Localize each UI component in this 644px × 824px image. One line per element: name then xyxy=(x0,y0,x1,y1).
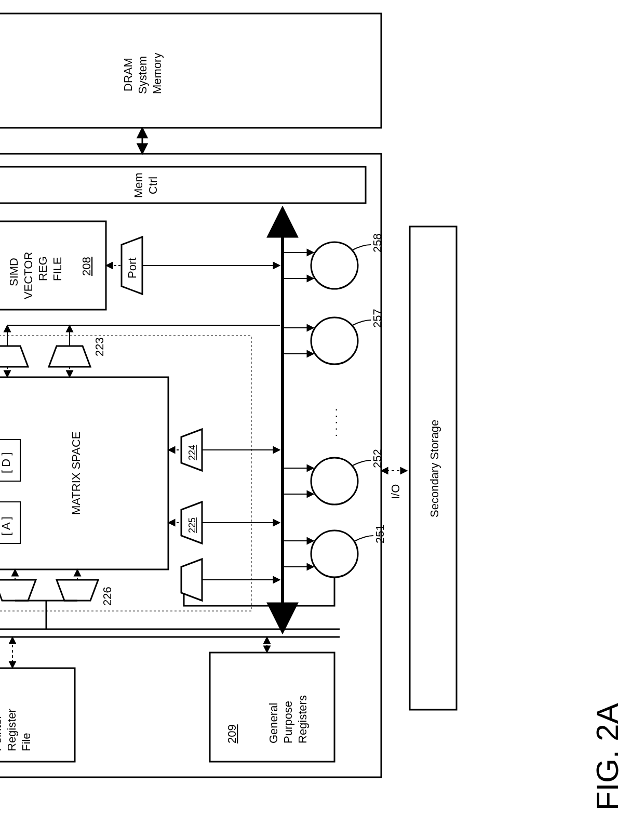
ref-251: 251 xyxy=(373,524,386,543)
exec-unit-251 xyxy=(311,530,358,577)
figure-label: FIG. 2A xyxy=(590,703,625,810)
ref-252: 252 xyxy=(371,449,384,468)
svg-rect-59 xyxy=(0,167,366,203)
dram-system-memory: 261 DRAM System Memory xyxy=(0,14,381,128)
svg-text:Mem: Mem xyxy=(132,172,145,198)
svg-text:VECTOR: VECTOR xyxy=(22,252,35,299)
simd-port: Port xyxy=(122,237,142,294)
svg-text:SIMD: SIMD xyxy=(7,258,20,286)
svg-text:Registers: Registers xyxy=(296,695,309,743)
ref-223: 223 xyxy=(93,337,106,356)
matrix-space: MATRIX SPACE [ A ] [ D ] xyxy=(0,377,168,569)
svg-text:Memory: Memory xyxy=(151,53,164,94)
processor-box xyxy=(0,154,381,777)
matrix-pointer-register-file: Matrix Pointer Register File xyxy=(0,668,75,762)
svg-text:[ A ]: [ A ] xyxy=(0,516,12,536)
svg-text:224: 224 xyxy=(187,445,197,460)
svg-rect-17 xyxy=(0,377,168,569)
port-223 xyxy=(49,346,90,367)
io-label: I/O xyxy=(389,484,402,499)
port-226 xyxy=(57,580,98,601)
svg-text:General: General xyxy=(267,703,280,743)
svg-text:Port: Port xyxy=(126,258,139,278)
svg-text:REG: REG xyxy=(36,256,49,281)
svg-text:Purpose: Purpose xyxy=(281,701,294,743)
svg-text:File: File xyxy=(20,733,33,751)
general-purpose-registers: 209 General Purpose Registers xyxy=(210,653,334,762)
mem-ctrl: Mem Ctrl xyxy=(0,167,366,203)
ref-226: 226 xyxy=(101,587,114,606)
svg-text:Ctrl: Ctrl xyxy=(146,177,159,194)
port-227 xyxy=(0,580,36,601)
svg-text:Register: Register xyxy=(5,709,18,751)
exec-unit-257 xyxy=(311,317,358,364)
port-222 xyxy=(0,346,28,367)
svg-text:FILE: FILE xyxy=(51,257,64,281)
ref-258: 258 xyxy=(371,233,384,252)
svg-text:225: 225 xyxy=(187,517,197,533)
svg-text:[ D ]: [ D ] xyxy=(0,453,12,473)
ref-257: 257 xyxy=(371,309,384,328)
simd-vector-reg-file: SIMD VECTOR REG FILE 208 xyxy=(0,221,106,310)
svg-text:Secondary Storage: Secondary Storage xyxy=(428,420,441,517)
dots: . . . . . xyxy=(327,408,340,437)
exec-unit-258 xyxy=(311,242,358,289)
svg-text:MATRIX SPACE: MATRIX SPACE xyxy=(70,431,83,515)
svg-text:209: 209 xyxy=(225,724,238,743)
svg-text:Pointer: Pointer xyxy=(0,715,4,751)
svg-text:DRAM: DRAM xyxy=(122,58,135,91)
svg-rect-70 xyxy=(0,14,381,128)
svg-text:System: System xyxy=(136,56,149,94)
svg-text:208: 208 xyxy=(80,257,93,276)
secondary-storage: Secondary Storage xyxy=(410,227,457,710)
exec-unit-252 xyxy=(311,458,358,504)
port-224: 224 xyxy=(181,429,202,471)
port-225: 225 xyxy=(181,502,202,543)
